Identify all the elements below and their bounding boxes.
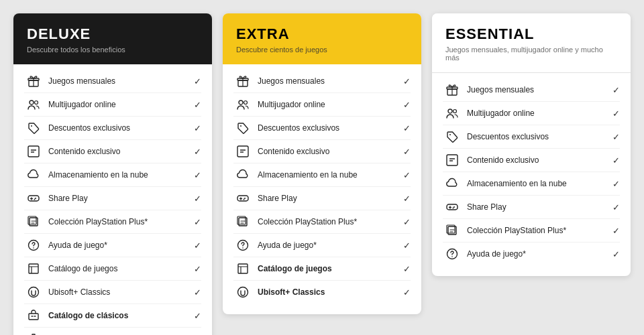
feature-row: Share Play✓: [24, 187, 201, 210]
feature-row: Descuentos exclusivos✓: [24, 117, 201, 140]
feature-row: Colección PlayStation Plus*✓: [24, 210, 201, 234]
feature-check: ✓: [612, 179, 620, 189]
svg-point-39: [453, 208, 454, 209]
feature-label: Ayuda de juego*: [467, 249, 608, 259]
plan-title-essential: ESSENTIAL: [445, 25, 617, 43]
svg-point-4: [31, 125, 32, 127]
feature-row: Colección PlayStation Plus*✓: [443, 219, 620, 243]
feature-label: Juegos mensuales: [258, 76, 399, 86]
catalog-icon: [24, 262, 43, 275]
plan-title-deluxe: DELUXE: [27, 25, 199, 43]
feature-check: ✓: [194, 217, 201, 227]
catalog-icon: [233, 262, 252, 275]
feature-row: Catálogo de juegos✓: [233, 257, 411, 281]
feature-label: Colección PlayStation Plus*: [467, 226, 608, 235]
collection-icon: [233, 215, 252, 228]
svg-rect-5: [28, 146, 39, 157]
feature-row: Juegos mensuales✓: [233, 70, 411, 93]
svg-rect-13: [29, 264, 38, 273]
feature-check: ✓: [194, 76, 201, 86]
plan-features-extra: Juegos mensuales✓Multijugador online✓Des…: [223, 64, 421, 314]
plan-header-extra: EXTRADescubre cientos de juegos: [223, 13, 421, 64]
svg-rect-21: [237, 146, 248, 157]
feature-row: Ayuda de juego*✓: [24, 234, 201, 257]
svg-point-24: [244, 199, 245, 200]
plans-container: DELUXEDescubre todos los beneficiosJuego…: [0, 0, 644, 335]
feature-label: Ayuda de juego*: [258, 241, 399, 250]
feature-check: ✓: [612, 249, 620, 259]
feature-check: ✓: [403, 76, 411, 86]
feature-row: Almacenamiento en la nube✓: [443, 172, 620, 196]
feature-row: Multijugador online✓: [233, 93, 411, 117]
feature-label: Descuentos exclusivos: [258, 123, 399, 133]
gift-icon: [443, 83, 462, 96]
feature-row: Contenido exclusivo✓: [24, 140, 201, 163]
svg-point-35: [449, 134, 451, 135]
gamepad-icon: [233, 192, 252, 205]
feature-label: Colección PlayStation Plus*: [48, 217, 190, 226]
feature-label: Catálogo de juegos: [48, 264, 190, 273]
svg-rect-22: [237, 196, 248, 201]
svg-rect-6: [28, 196, 39, 201]
feature-label: Ayuda de juego*: [48, 241, 190, 250]
feature-row: Almacenamiento en la nube✓: [24, 163, 201, 187]
plan-subtitle-deluxe: Descubre todos los beneficios: [27, 46, 199, 54]
cloud-icon: [24, 168, 43, 182]
users-icon: [24, 98, 43, 111]
feature-check: ✓: [612, 226, 620, 236]
gamepad-icon: [24, 192, 43, 205]
feature-row: Ayuda de juego*✓: [443, 243, 620, 265]
svg-point-23: [244, 198, 246, 199]
help-icon: [233, 239, 252, 252]
feature-row: Multijugador online✓: [24, 93, 201, 117]
test-icon: [24, 332, 43, 335]
feature-check: ✓: [194, 241, 201, 251]
plan-features-deluxe: Juegos mensuales✓Multijugador online✓Des…: [13, 64, 212, 335]
svg-rect-37: [447, 204, 458, 210]
plan-features-essential: Juegos mensuales✓Multijugador online✓Des…: [432, 73, 631, 276]
feature-check: ✓: [612, 202, 620, 212]
svg-rect-15: [29, 314, 38, 320]
plan-subtitle-extra: Descubre cientos de juegos: [236, 46, 408, 54]
feature-row: Juegos mensuales✓: [24, 70, 201, 93]
gamepad-icon: [443, 200, 462, 214]
plan-subtitle-essential: Juegos mensuales, multijugador online y …: [445, 46, 617, 62]
help-icon: [443, 247, 462, 261]
classic-icon: [24, 309, 43, 322]
feature-row: Juegos mensuales✓: [443, 78, 620, 102]
svg-point-34: [453, 110, 457, 113]
feature-label: Multijugador online: [48, 100, 190, 109]
svg-point-18: [239, 100, 243, 105]
feature-label: Juegos mensuales: [48, 76, 190, 86]
ubisoft-icon: [233, 285, 252, 299]
feature-row: Share Play✓: [443, 196, 620, 219]
feature-check: ✓: [403, 170, 411, 180]
feature-check: ✓: [194, 170, 201, 180]
svg-rect-36: [447, 155, 458, 165]
feature-label: Catálogo de juegos: [258, 264, 399, 273]
plan-card-deluxe: DELUXEDescubre todos los beneficiosJuego…: [13, 13, 212, 335]
feature-label: Contenido exclusivo: [467, 155, 608, 165]
feature-label: Descuentos exclusivos: [48, 123, 190, 133]
feature-row: Colección PlayStation Plus*✓: [233, 210, 411, 234]
feature-check: ✓: [403, 241, 411, 251]
feature-label: Multijugador online: [258, 100, 399, 109]
feature-row: Contenido exclusivo✓: [233, 140, 411, 163]
cloud-icon: [443, 177, 462, 190]
gift-icon: [24, 74, 43, 88]
feature-label: Share Play: [467, 202, 608, 212]
collection-icon: [443, 224, 462, 237]
cloud-icon: [233, 168, 252, 182]
feature-check: ✓: [612, 132, 620, 142]
star-icon: [24, 145, 43, 158]
svg-point-43: [451, 256, 453, 257]
feature-label: Ubisoft+ Classics: [48, 287, 190, 297]
feature-check: ✓: [194, 123, 201, 133]
svg-point-28: [242, 247, 244, 249]
feature-label: Almacenamiento en la nube: [48, 170, 190, 180]
feature-row: Ubisoft+ Classics✓: [24, 281, 201, 304]
feature-check: ✓: [194, 311, 201, 321]
users-icon: [233, 98, 252, 111]
svg-point-8: [34, 199, 36, 200]
feature-row: Almacenamiento en la nube✓: [233, 163, 411, 187]
